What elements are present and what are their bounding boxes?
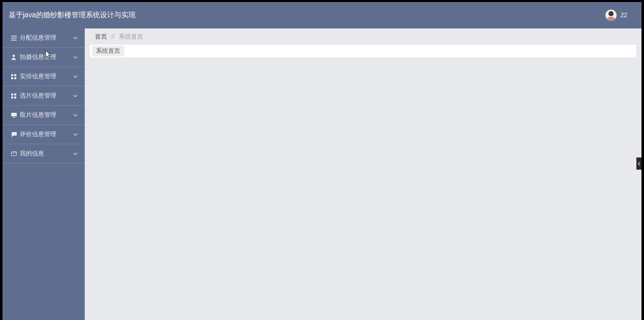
sidebar-item-shooting[interactable]: 拍摄信息管理: [3, 48, 85, 67]
chevron-left-icon: [637, 162, 640, 166]
svg-rect-5: [11, 93, 13, 95]
sidebar-item-label: 安排信息管理: [20, 72, 56, 81]
svg-rect-11: [11, 152, 16, 156]
sidebar-item-distribution[interactable]: 分配信息管理: [3, 28, 85, 48]
content-area: 首页 // 系统首页 系统首页: [85, 28, 641, 320]
sidebar-item-review[interactable]: 评价信息管理: [3, 125, 85, 144]
sidebar-item-pickup[interactable]: 取片信息管理: [3, 106, 85, 125]
chevron-down-icon: [73, 93, 78, 99]
grid-icon: [11, 74, 17, 80]
svg-rect-10: [13, 117, 15, 118]
chevron-down-icon: [73, 151, 78, 156]
svg-rect-4: [14, 77, 16, 79]
sidebar-item-myinfo[interactable]: 我的信息: [3, 144, 85, 164]
app-header: 基于java的婚纱影楼管理系统设计与实现 22: [3, 2, 641, 28]
chevron-down-icon: [73, 132, 78, 137]
grid-icon: [11, 93, 17, 99]
header-user[interactable]: 22: [605, 10, 627, 21]
sidebar-item-label: 我的信息: [20, 149, 44, 158]
sidebar-item-arrangement[interactable]: 安排信息管理: [3, 67, 85, 86]
sidebar-item-label: 评价信息管理: [20, 130, 56, 139]
chevron-down-icon: [73, 36, 78, 41]
breadcrumb: 首页 // 系统首页: [90, 28, 636, 45]
svg-rect-7: [11, 97, 13, 99]
user-icon: [11, 54, 17, 60]
chevron-down-icon: [73, 55, 78, 60]
sidebar-item-label: 取片信息管理: [20, 111, 56, 119]
svg-rect-6: [14, 93, 16, 95]
avatar: [605, 10, 617, 21]
svg-rect-9: [11, 113, 17, 116]
collapse-handle[interactable]: [636, 157, 641, 170]
svg-rect-1: [11, 74, 13, 76]
sidebar-item-label: 选片信息管理: [20, 91, 56, 100]
tab-system-home[interactable]: 系统首页: [92, 46, 124, 56]
sidebar-item-label: 拍摄信息管理: [20, 53, 56, 61]
svg-rect-3: [11, 77, 13, 79]
svg-point-0: [13, 55, 15, 57]
breadcrumb-home[interactable]: 首页: [95, 33, 107, 41]
app-title: 基于java的婚纱影楼管理系统设计与实现: [9, 11, 135, 20]
chevron-down-icon: [73, 113, 78, 118]
svg-rect-8: [14, 97, 16, 99]
svg-rect-2: [14, 74, 16, 76]
list-icon: [11, 35, 17, 41]
sidebar-item-selection[interactable]: 选片信息管理: [3, 86, 85, 106]
user-badge: 22: [621, 12, 627, 19]
monitor-icon: [11, 112, 17, 118]
sidebar-item-label: 分配信息管理: [20, 34, 56, 42]
chevron-down-icon: [73, 74, 78, 79]
sidebar: 分配信息管理 拍摄信息管理: [3, 28, 85, 320]
breadcrumb-separator: //: [111, 33, 115, 40]
tab-bar: 系统首页: [90, 45, 636, 57]
breadcrumb-current: 系统首页: [119, 33, 143, 41]
comment-icon: [11, 132, 17, 138]
card-icon: [11, 151, 17, 157]
